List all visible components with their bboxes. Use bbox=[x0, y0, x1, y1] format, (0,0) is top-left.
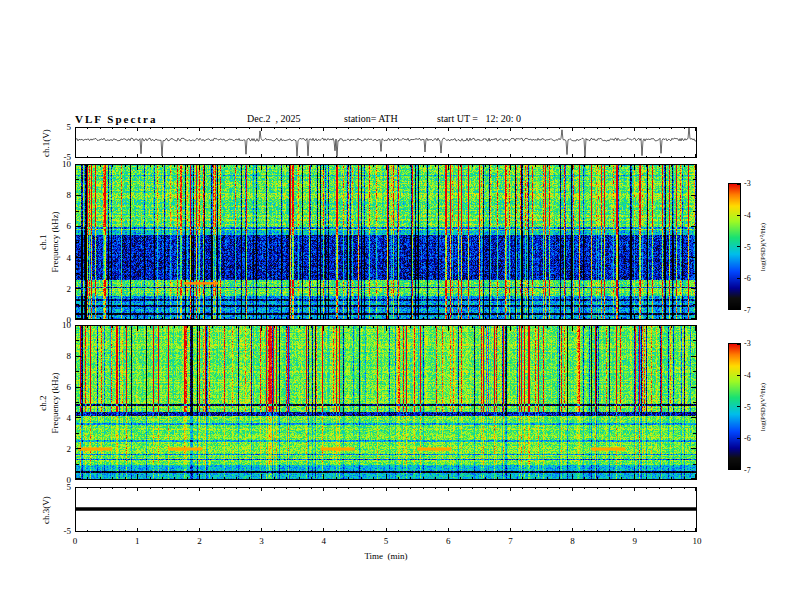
start-ut-label: start UT = 12: 20: 0 bbox=[437, 113, 521, 124]
y-tick-label: 10 bbox=[53, 159, 71, 169]
y-tick-label: 8 bbox=[53, 190, 71, 200]
y-axis-label: Frequency (kHz) bbox=[50, 372, 60, 433]
x-axis-label: Time (min) bbox=[364, 551, 407, 561]
colorbar-tick-label: -3 bbox=[744, 179, 751, 189]
colorbar-tick-label: -4 bbox=[744, 211, 751, 221]
y-axis-label: Frequency (kHz) bbox=[50, 211, 60, 272]
colorbar-tick-label: -3 bbox=[744, 339, 751, 349]
ch1-spectrogram-panel bbox=[75, 164, 697, 320]
y-tick-label: 8 bbox=[53, 351, 71, 361]
y-tick-label: 5 bbox=[53, 122, 71, 132]
x-tick-label: 0 bbox=[65, 536, 85, 546]
y-tick-label: 10 bbox=[53, 320, 71, 330]
x-tick-label: 6 bbox=[438, 536, 458, 546]
x-tick-label: 7 bbox=[500, 536, 520, 546]
station-label: station= ATH bbox=[344, 113, 398, 124]
ch1-waveform-panel bbox=[75, 127, 697, 158]
vlf-spectra-figure: VLF Spectra Dec.2 , 2025 station= ATH st… bbox=[0, 0, 792, 612]
colorbar-tick-label: -5 bbox=[744, 243, 751, 253]
colorbar-tick-label: -6 bbox=[744, 274, 751, 284]
colorbar-label: log(PSD)(V²/Hz) bbox=[758, 382, 768, 430]
x-tick-label: 10 bbox=[687, 536, 707, 546]
y-tick-label: 5 bbox=[53, 482, 71, 492]
ch2-colorbar bbox=[728, 343, 741, 470]
y-axis-channel-label: ch.2 bbox=[38, 395, 48, 410]
y-axis-label: ch.1(V) bbox=[41, 129, 51, 157]
x-tick-label: 2 bbox=[189, 536, 209, 546]
x-tick-label: 9 bbox=[625, 536, 645, 546]
x-tick-label: 3 bbox=[252, 536, 272, 546]
figure-title: VLF Spectra bbox=[75, 113, 157, 125]
y-axis-channel-label: ch.1 bbox=[38, 234, 48, 249]
y-tick-label: 2 bbox=[53, 444, 71, 454]
colorbar-tick-label: -7 bbox=[744, 466, 751, 476]
y-tick-label: 2 bbox=[53, 284, 71, 294]
colorbar-tick-label: -4 bbox=[744, 371, 751, 381]
y-tick-label: -5 bbox=[53, 526, 71, 536]
ch3-waveform-panel bbox=[75, 487, 697, 532]
x-tick-label: 8 bbox=[563, 536, 583, 546]
ch2-spectrogram-panel bbox=[75, 325, 697, 480]
ch1-colorbar bbox=[728, 183, 741, 310]
x-tick-label: 4 bbox=[314, 536, 334, 546]
colorbar-tick-label: -7 bbox=[744, 306, 751, 316]
colorbar-tick-label: -5 bbox=[744, 403, 751, 413]
colorbar-tick-label: -6 bbox=[744, 434, 751, 444]
colorbar-label: log(PSD)(V²/Hz) bbox=[758, 222, 768, 270]
y-axis-label: ch.3(V) bbox=[41, 496, 51, 524]
date-label: Dec.2 , 2025 bbox=[247, 113, 301, 124]
x-tick-label: 1 bbox=[127, 536, 147, 546]
x-tick-label: 5 bbox=[376, 536, 396, 546]
